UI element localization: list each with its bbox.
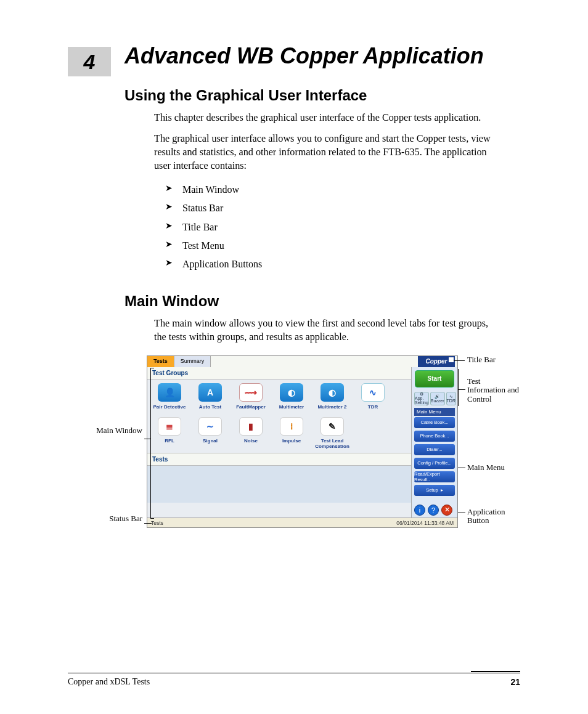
test-signal[interactable]: ∼Signal xyxy=(192,417,229,449)
list-item: Status Bar xyxy=(165,199,520,217)
test-rfl[interactable]: ≣RFL xyxy=(151,417,188,449)
tab-tests[interactable]: Tests xyxy=(147,356,174,367)
menu-read-export[interactable]: Read/Export Result.. xyxy=(414,471,455,482)
test-group-row-2: ≣RFL ∼Signal ▮Noise ⁞Impulse ✎Test Lead … xyxy=(147,413,411,453)
test-tdr[interactable]: ∿TDR xyxy=(354,383,391,410)
callout-line xyxy=(144,523,152,524)
callout-test-info: Test Information and Control xyxy=(467,377,520,405)
test-lead-comp[interactable]: ✎Test Lead Compensation xyxy=(314,417,351,449)
footer-rule xyxy=(471,671,520,672)
section-title-gui: Using the Graphical User Interface xyxy=(125,87,520,104)
para-desc: The graphical user interface allows you … xyxy=(154,132,493,173)
tab-bar: Tests Summary Copper xyxy=(147,356,457,367)
callout-main-menu: Main Menu xyxy=(467,463,505,473)
title-bar-label: Copper xyxy=(426,358,447,365)
faultmapper-icon: ⟿ xyxy=(239,383,263,402)
tests-empty-area xyxy=(147,466,411,503)
main-window-pane: Test Groups 👤Pair Detective AAuto Test ⟿… xyxy=(147,367,411,517)
multimeter-icon: ◐ xyxy=(280,383,303,402)
test-auto-test[interactable]: AAuto Test xyxy=(192,383,229,410)
status-datetime: 06/01/2014 11:33:48 AM xyxy=(396,520,454,526)
test-multimeter[interactable]: ◐Multimeter xyxy=(273,383,310,410)
app-screenshot: Tests Summary Copper Test Groups 👤Pair D… xyxy=(147,355,458,528)
callout-line xyxy=(458,369,459,406)
list-item: Main Window xyxy=(165,181,520,199)
feature-list: Main Window Status Bar Title Bar Test Me… xyxy=(165,181,520,274)
test-pair-detective[interactable]: 👤Pair Detective xyxy=(151,383,188,410)
auto-test-icon: A xyxy=(198,383,222,402)
callout-line xyxy=(458,513,465,513)
callout-line xyxy=(150,518,154,519)
test-multimeter2[interactable]: ◐Multimeter 2 xyxy=(314,383,351,410)
menu-setup[interactable]: Setup▸ xyxy=(414,485,455,496)
title-bar: Copper xyxy=(418,356,455,367)
callout-main-window: Main Window xyxy=(90,426,142,436)
tdr-icon: ∿ xyxy=(361,383,385,402)
test-group-row-1: 👤Pair Detective AAuto Test ⟿FaultMapper … xyxy=(147,379,411,413)
callout-line xyxy=(454,360,465,361)
callout-line xyxy=(458,468,465,468)
callout-title-bar: Title Bar xyxy=(467,355,496,365)
para-intro: This chapter describes the graphical use… xyxy=(154,112,493,125)
test-faultmapper[interactable]: ⟿FaultMapper xyxy=(232,383,269,410)
tests-header: Tests xyxy=(147,453,411,466)
side-panel: Start ⚙App. Setting 🔊Buzzer ∿TDR Main Me… xyxy=(411,367,457,517)
control-icons-row: ⚙App. Setting 🔊Buzzer ∿TDR xyxy=(412,391,457,407)
callout-line xyxy=(150,368,154,368)
test-impulse[interactable]: ⁞Impulse xyxy=(273,417,310,449)
multimeter2-icon: ◐ xyxy=(321,383,344,402)
callout-app-button: Application Button xyxy=(467,508,520,526)
noise-icon: ▮ xyxy=(239,417,263,436)
menu-cable-book[interactable]: Cable Book... xyxy=(414,417,455,428)
callout-line xyxy=(144,439,150,439)
footer-book-title: Copper and xDSL Tests xyxy=(68,677,150,687)
chapter-number: 4 xyxy=(84,50,96,74)
menu-dialer[interactable]: Dialer... xyxy=(414,444,455,455)
status-left: Tests xyxy=(151,520,163,526)
impulse-icon: ⁞ xyxy=(280,417,303,436)
tab-summary[interactable]: Summary xyxy=(174,356,211,367)
chapter-title: Advanced WB Copper Application xyxy=(125,43,520,68)
pair-detective-icon: 👤 xyxy=(158,383,181,402)
list-item: Application Buttons xyxy=(165,255,520,274)
tdr-mini-button[interactable]: ∿TDR xyxy=(446,392,456,405)
menu-config-profile[interactable]: Config / Profile... xyxy=(414,458,455,469)
info-icon[interactable]: i xyxy=(414,505,425,516)
callout-line xyxy=(458,389,465,390)
app-setting-button[interactable]: ⚙App. Setting xyxy=(414,392,429,405)
menu-phone-book[interactable]: Phone Book... xyxy=(414,431,455,442)
signal-icon: ∼ xyxy=(198,417,222,436)
figure-wrapper: Tests Summary Copper Test Groups 👤Pair D… xyxy=(147,355,520,528)
test-noise[interactable]: ▮Noise xyxy=(232,417,269,449)
start-button[interactable]: Start xyxy=(415,370,454,387)
chapter-number-box: 4 xyxy=(68,47,111,76)
help-icon[interactable]: ? xyxy=(428,505,439,516)
section-title-mainwin: Main Window xyxy=(125,293,520,310)
callout-status-bar: Status Bar xyxy=(90,514,142,524)
page-footer: Copper and xDSL Tests 21 xyxy=(68,673,520,687)
main-menu-header: Main Menu xyxy=(414,408,455,416)
rfl-icon: ≣ xyxy=(158,417,181,436)
chevron-right-icon: ▸ xyxy=(441,487,443,493)
lead-comp-icon: ✎ xyxy=(321,417,344,436)
callout-line xyxy=(150,368,151,518)
footer-page-number: 21 xyxy=(510,677,520,687)
close-icon[interactable]: ✕ xyxy=(441,505,452,516)
list-item: Title Bar xyxy=(165,218,520,237)
chapter-header: 4 Advanced WB Copper Application xyxy=(68,43,520,68)
test-groups-title: Test Groups xyxy=(147,367,411,379)
status-bar: Tests 06/01/2014 11:33:48 AM xyxy=(147,517,457,528)
expand-icon[interactable] xyxy=(449,357,454,362)
application-buttons-row: i ? ✕ xyxy=(412,503,457,517)
list-item: Test Menu xyxy=(165,237,520,255)
para-mainwin: The main window allows you to view the f… xyxy=(154,317,493,344)
buzzer-button[interactable]: 🔊Buzzer xyxy=(430,392,445,405)
